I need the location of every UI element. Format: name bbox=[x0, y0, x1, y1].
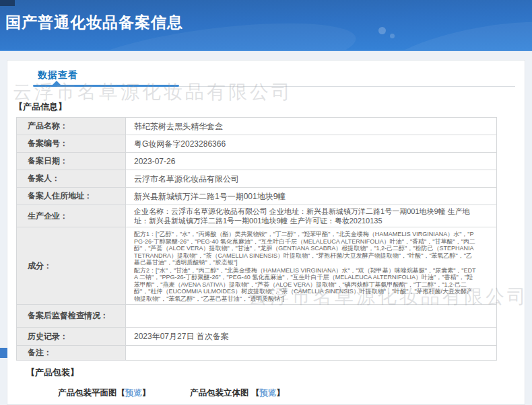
header-band-decoration bbox=[374, 9, 532, 51]
row-label: 产品名称： bbox=[17, 118, 126, 135]
bracket-text: 【 bbox=[117, 388, 126, 398]
bracket-text: 【 bbox=[251, 388, 260, 398]
header-dot-decoration bbox=[378, 27, 386, 34]
row-value: 粤G妆网备字2023286366 bbox=[126, 135, 497, 153]
packaging-flat-preview-link[interactable]: 预览 bbox=[125, 388, 142, 398]
table-row-ingredients: 成分： 配方1：["乙醇"，"水"，"丙烯酸（酯）类共聚物铵"，"丁二醇"，"羟… bbox=[17, 227, 497, 305]
table-row-filer: 备案人： 云浮市名草源化妆品有限公司 bbox=[17, 170, 497, 188]
row-value: 新兴县新城镇万洋二路1号一期001地块9幢 bbox=[126, 188, 497, 205]
left-edge-marker[interactable] bbox=[0, 348, 7, 358]
row-value: 2023年07月27日 首次备案 bbox=[126, 328, 497, 346]
table-row-filing-date: 备案日期： 2023-07-26 bbox=[17, 153, 497, 170]
packaging-stereo-label: 产品包装立体图 bbox=[190, 388, 249, 398]
row-label: 备注： bbox=[17, 346, 126, 361]
row-label: 备案日期： bbox=[17, 153, 126, 170]
row-label: 备案人住所地址： bbox=[17, 188, 126, 205]
row-value bbox=[126, 346, 497, 361]
row-label: 生产企业： bbox=[17, 205, 126, 227]
ingredients-formula1: 配方1：["乙醇"，"水"，"丙烯酸（酯）类共聚物铵"，"丁二醇"，"羟苯甲酯"… bbox=[134, 231, 476, 266]
tab-bar-divider bbox=[179, 86, 515, 87]
row-label: 备案后监督检查情况： bbox=[17, 305, 126, 328]
row-label: 备案编号： bbox=[17, 135, 126, 153]
row-value: 企业名称：云浮市名草源化妆品有限公司 企业地址：新兴县新城镇万洋二路1号一期00… bbox=[126, 205, 497, 227]
row-label: 成分： bbox=[17, 227, 126, 305]
section-packaging-label: 【产品包装】 bbox=[26, 367, 525, 379]
packaging-flat-item: 产品包装平面图【预览】 bbox=[58, 388, 153, 398]
tab-data-view[interactable]: 数据查看 bbox=[38, 69, 78, 81]
bracket-text: 】 bbox=[142, 388, 151, 398]
row-label: 备案人： bbox=[17, 170, 126, 188]
section-product-info-label: 【产品信息】 bbox=[14, 101, 525, 113]
packaging-flat-label: 产品包装平面图 bbox=[58, 388, 117, 398]
table-row-filing-number: 备案编号： 粤G妆网备字2023286366 bbox=[17, 135, 497, 153]
content-card: 云浮市名草源化妆品有限公司 云浮市名草源化妆品有限公司 数据查看 【产品信息】 … bbox=[7, 60, 525, 405]
bracket-text: 】 bbox=[276, 388, 285, 398]
packaging-row: 产品包装平面图【预览】 产品包装立体图 【预览】 bbox=[58, 388, 525, 399]
table-row-supervision: 备案后监督检查情况： bbox=[17, 305, 497, 328]
row-value: 2023-07-26 bbox=[126, 153, 497, 170]
ingredients-formula2: 配方2：["水"，"甘油"，"丙二醇"，"北美金缕梅（HAMAMELIS VIR… bbox=[134, 267, 476, 303]
page-title: 国产普通化妆品备案信息 bbox=[5, 12, 183, 33]
row-value: 云浮市名草源化妆品有限公司 bbox=[126, 170, 497, 188]
header-corner-decoration bbox=[0, 0, 15, 6]
packaging-stereo-preview-link[interactable]: 预览 bbox=[259, 388, 276, 398]
row-value: 配方1：["乙醇"，"水"，"丙烯酸（酯）类共聚物铵"，"丁二醇"，"羟苯甲酯"… bbox=[126, 227, 497, 305]
table-row-history: 历史记录： 2023年07月27日 首次备案 bbox=[17, 328, 497, 346]
table-row-product-name: 产品名称： 韩纪茶树去黑头精华套盒 bbox=[17, 118, 497, 135]
table-row-remarks: 备注： bbox=[17, 346, 497, 361]
row-value: 韩纪茶树去黑头精华套盒 bbox=[126, 118, 497, 135]
tab-caret-icon bbox=[52, 81, 61, 85]
page-header: 国产普通化妆品备案信息 bbox=[0, 0, 532, 51]
header-dot-decoration bbox=[390, 34, 395, 38]
table-row-manufacturer: 生产企业： 企业名称：云浮市名草源化妆品有限公司 企业地址：新兴县新城镇万洋二路… bbox=[17, 205, 497, 227]
table-row-filer-address: 备案人住所地址： 新兴县新城镇万洋二路1号一期001地块9幢 bbox=[17, 188, 497, 205]
row-value bbox=[126, 305, 497, 328]
tab-bar: 数据查看 bbox=[7, 61, 525, 89]
product-info-table: 产品名称： 韩纪茶树去黑头精华套盒 备案编号： 粤G妆网备字2023286366… bbox=[16, 117, 497, 361]
packaging-stereo-item: 产品包装立体图 【预览】 bbox=[190, 388, 285, 398]
row-label: 历史记录： bbox=[17, 328, 126, 346]
